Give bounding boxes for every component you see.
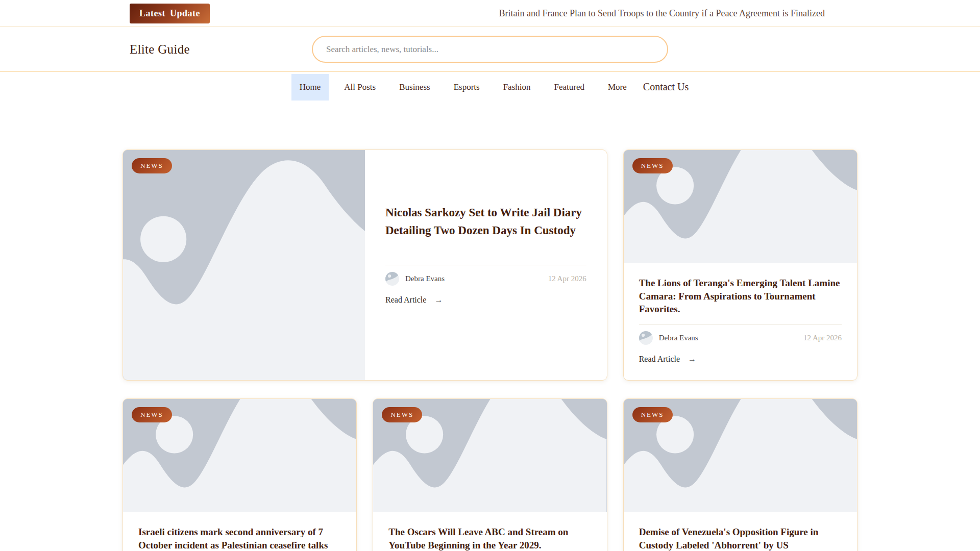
divider [639,324,842,324]
secondary-article-card: NEWS The Lions of Teranga's Emerging Tal… [623,149,857,381]
nav-item-home[interactable]: Home [291,74,329,101]
article-image-placeholder: NEWS [373,399,606,512]
latest-update-badge: Latest Update [130,4,210,23]
articles-section: NEWS Nicolas Sarkozy Set to Write Jail D… [0,102,980,551]
article-image-placeholder: NEWS [624,399,857,512]
article-title[interactable]: Nicolas Sarkozy Set to Write Jail Diary … [385,204,586,239]
divider [385,265,586,265]
search-bar [312,36,668,63]
breaking-news-headline[interactable]: Britain and France Plan to Send Troops t… [499,8,825,19]
arrow-right-icon: → [434,295,443,304]
site-logo[interactable]: Elite Guide [130,42,190,57]
author-name: Debra Evans [405,274,445,283]
read-article-link[interactable]: Read Article→ [639,355,696,364]
site-header: Elite Guide [0,27,980,71]
article-card: NEWS Demise of Venezuela's Opposition Fi… [623,398,857,551]
article-title[interactable]: Demise of Venezuela's Opposition Figure … [639,525,842,551]
nav-item-more[interactable]: More [600,74,635,101]
nav-item-featured[interactable]: Featured [546,74,593,101]
article-card: NEWS Israeli citizens mark second annive… [122,398,357,551]
nav-item-fashion[interactable]: Fashion [495,74,539,101]
article-title[interactable]: Israeli citizens mark second anniversary… [138,525,341,551]
news-category-badge[interactable]: NEWS [132,407,172,422]
author-avatar [385,272,399,286]
article-image-placeholder: NEWS [624,150,857,263]
main-navigation: Home All Posts Business Esports Fashion … [0,71,980,102]
news-category-badge[interactable]: NEWS [632,158,673,173]
news-category-badge[interactable]: NEWS [382,407,422,422]
publish-date: 12 Apr 2026 [548,274,586,283]
featured-article-card: NEWS Nicolas Sarkozy Set to Write Jail D… [122,149,607,381]
news-category-badge[interactable]: NEWS [132,158,172,173]
top-ticker-bar: Latest Update Britain and France Plan to… [0,0,980,27]
nav-item-business[interactable]: Business [391,74,438,101]
arrow-right-icon: → [688,355,696,363]
news-category-badge[interactable]: NEWS [632,407,673,422]
author-avatar [639,331,653,345]
article-title[interactable]: The Oscars Will Leave ABC and Stream on … [388,525,591,551]
article-image-placeholder: NEWS [123,399,356,512]
search-input[interactable] [312,36,668,63]
article-card: NEWS The Oscars Will Leave ABC and Strea… [373,398,607,551]
article-image-placeholder: NEWS [123,150,365,380]
nav-item-all-posts[interactable]: All Posts [336,74,384,101]
read-article-link[interactable]: Read Article→ [385,295,443,305]
article-title[interactable]: The Lions of Teranga's Emerging Talent L… [639,277,842,316]
nav-contact-us-link[interactable]: Contact Us [643,81,689,93]
author-name: Debra Evans [659,334,698,342]
nav-item-esports[interactable]: Esports [446,74,488,101]
publish-date: 12 Apr 2026 [803,334,842,342]
